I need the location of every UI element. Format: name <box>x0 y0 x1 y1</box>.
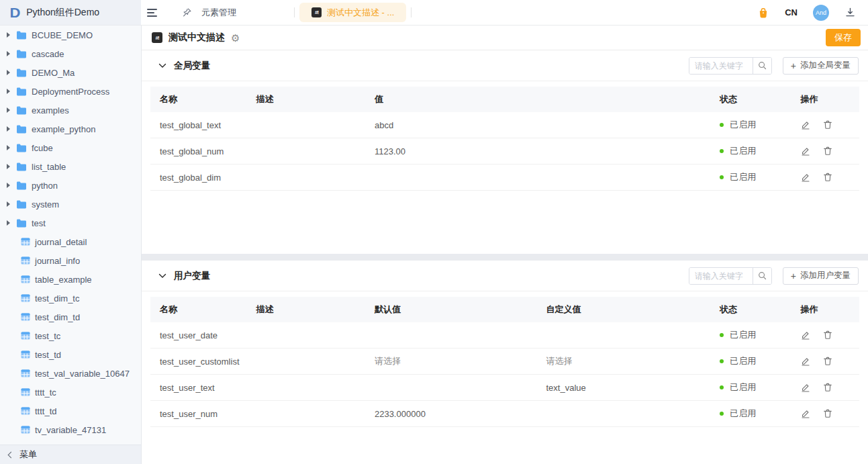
sidebar-table-test-dim-tc[interactable]: test_dim_tc <box>0 289 141 308</box>
sidebar-table-journal-info[interactable]: journal_info <box>0 251 141 270</box>
sidebar-folder-examples[interactable]: examples <box>0 101 141 120</box>
caret-right-icon[interactable] <box>7 89 10 94</box>
edit-icon[interactable] <box>801 383 810 392</box>
edit-icon[interactable] <box>801 120 810 130</box>
delete-icon[interactable] <box>823 173 832 182</box>
delete-icon[interactable] <box>823 409 832 418</box>
column-header-status: 状态 <box>710 93 791 105</box>
cell-name: test_user_text <box>150 383 247 393</box>
sidebar-item-label: table_example <box>35 275 92 285</box>
table-icon <box>21 351 30 359</box>
sidebar-table-test-td[interactable]: test_td <box>0 345 141 364</box>
delete-icon[interactable] <box>823 383 832 392</box>
delete-icon[interactable] <box>823 330 832 340</box>
sidebar-folder-fcube[interactable]: fcube <box>0 138 141 157</box>
caret-right-icon[interactable] <box>7 183 10 188</box>
caret-right-icon[interactable] <box>7 70 10 75</box>
sidebar-folder-list-table[interactable]: list_table <box>0 157 141 176</box>
delete-icon[interactable] <box>823 146 832 156</box>
sidebar-item-label: examples <box>32 105 69 115</box>
sidebar-collapse-button[interactable]: 菜单 <box>0 445 141 464</box>
flow-badge-icon: #! <box>311 7 322 17</box>
sidebar-folder-test[interactable]: test <box>0 214 141 232</box>
user-avatar[interactable]: And <box>813 5 829 21</box>
sidebar-table-tttt-td[interactable]: tttt_td <box>0 402 141 420</box>
status-label: 已启用 <box>730 381 756 393</box>
sidebar-table-journal-detail[interactable]: journal_detail <box>0 232 141 251</box>
edit-icon[interactable] <box>801 146 810 156</box>
file-tree: BCUBE_DEMO cascade DEMO_Ma DeploymentPro… <box>0 26 141 445</box>
sidebar-table-test-tc[interactable]: test_tc <box>0 326 141 345</box>
caret-right-icon[interactable] <box>7 32 10 38</box>
app-logo-block: D Python组件Demo <box>0 0 141 25</box>
folder-icon <box>16 200 27 209</box>
table-icon <box>21 407 30 415</box>
chevron-down-icon[interactable] <box>158 273 166 279</box>
search-icon[interactable] <box>753 58 771 74</box>
caret-right-icon[interactable] <box>7 201 10 207</box>
status-label: 已启用 <box>730 355 756 367</box>
column-header-status: 状态 <box>710 304 791 316</box>
menu-item-element-management[interactable]: 元素管理 <box>182 7 236 19</box>
add-user-variable-button[interactable]: + 添加用户变量 <box>783 267 859 285</box>
app-body: BCUBE_DEMO cascade DEMO_Ma DeploymentPro… <box>0 26 868 464</box>
edit-icon[interactable] <box>801 409 810 418</box>
global-search-input[interactable] <box>689 58 753 74</box>
gear-icon[interactable]: ⚙ <box>231 33 240 43</box>
caret-right-icon[interactable] <box>7 126 10 132</box>
sidebar-table-test-dim-td[interactable]: test_dim_td <box>0 308 141 326</box>
chevron-down-icon[interactable] <box>158 63 166 68</box>
sidebar-item-label: test_dim_td <box>35 312 80 322</box>
sidebar-item-label: tv_variable_47131 <box>35 425 106 435</box>
sidebar-folder-demo-ma[interactable]: DEMO_Ma <box>0 63 141 82</box>
store-bag-icon[interactable] <box>757 7 769 19</box>
add-global-variable-button[interactable]: + 添加全局变量 <box>783 57 859 75</box>
caret-right-icon[interactable] <box>7 220 10 226</box>
column-header-name: 名称 <box>150 93 247 105</box>
status-badge: 已启用 <box>710 145 791 157</box>
row-actions <box>791 383 859 392</box>
sidebar-item-label: python <box>32 181 58 191</box>
sidebar-folder-python[interactable]: python <box>0 176 141 195</box>
edit-icon[interactable] <box>801 173 810 182</box>
sidebar-folder-system[interactable]: system <box>0 195 141 214</box>
sidebar-item-label: journal_detail <box>35 237 87 247</box>
sidebar-table-test-val-variable-10647[interactable]: test_val_variable_10647 <box>0 364 141 383</box>
caret-right-icon[interactable] <box>7 145 10 150</box>
language-toggle[interactable]: CN <box>785 7 798 17</box>
download-icon[interactable] <box>845 7 856 18</box>
sidebar-table-tv-variable-47131[interactable]: tv_variable_47131 <box>0 420 141 439</box>
column-header-value: 值 <box>365 93 710 105</box>
table-icon <box>21 294 30 302</box>
tab-test-chinese-description[interactable]: #! 测试中文描述 - ... <box>299 3 406 22</box>
edit-icon[interactable] <box>801 357 810 366</box>
folder-icon <box>16 87 27 96</box>
sidebar-folder-bcube-demo[interactable]: BCUBE_DEMO <box>0 26 141 44</box>
edit-icon[interactable] <box>801 330 810 340</box>
global-search <box>689 57 772 75</box>
search-icon[interactable] <box>753 268 771 284</box>
hamburger-menu-icon[interactable] <box>147 4 164 21</box>
caret-right-icon[interactable] <box>7 164 10 169</box>
column-header-ops: 操作 <box>791 93 859 105</box>
caret-right-icon[interactable] <box>7 51 10 56</box>
sidebar-folder-example-python[interactable]: example_python <box>0 120 141 138</box>
delete-icon[interactable] <box>823 120 832 130</box>
sidebar: BCUBE_DEMO cascade DEMO_Ma DeploymentPro… <box>0 26 141 464</box>
save-button[interactable]: 保存 <box>826 29 861 46</box>
sidebar-table-tttt-tc[interactable]: tttt_tc <box>0 383 141 402</box>
sidebar-table-table-example[interactable]: table_example <box>0 270 141 289</box>
user-search-input[interactable] <box>689 268 753 284</box>
sidebar-folder-deploymentprocess[interactable]: DeploymentProcess <box>0 82 141 101</box>
status-badge: 已启用 <box>710 408 791 420</box>
delete-icon[interactable] <box>823 357 832 366</box>
tab-divider <box>294 7 295 17</box>
sidebar-folder-cascade[interactable]: cascade <box>0 44 141 63</box>
user-variables-section: 用户变量 + 添加用户变量 名称 描述 默认值 自定义值 <box>142 261 868 464</box>
pushpin-icon <box>182 7 192 17</box>
table-row: test_global_dim 已启用 <box>150 165 859 191</box>
sidebar-item-label: DEMO_Ma <box>32 68 75 78</box>
plus-icon: + <box>791 271 796 281</box>
cell-name: test_global_text <box>150 120 247 130</box>
caret-right-icon[interactable] <box>7 107 10 113</box>
